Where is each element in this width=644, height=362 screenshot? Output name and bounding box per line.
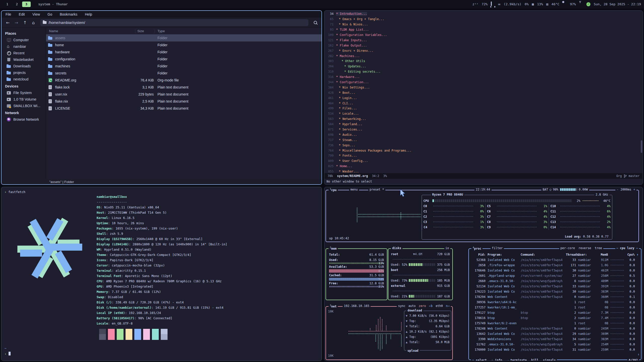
filter-button[interactable]: filter <box>491 246 504 250</box>
workspace-button[interactable]: 1 <box>3 2 12 7</box>
battery-value[interactable]: 97% <box>570 2 576 6</box>
sidebar-item[interactable]: Downloads <box>2 63 46 69</box>
process-row[interactable]: 2658 .firefox-wrappe /nix/store/sm8fmrf3… <box>469 262 641 268</box>
updates-ok-icon[interactable]: ✓ <box>586 2 590 6</box>
file-row[interactable]: LICENSE 34,3 KiB Plain text document <box>46 105 321 112</box>
process-row[interactable]: 176223 Isolated Web Co /nix/store/sm8fmr… <box>469 289 641 294</box>
file-row[interactable]: README.org 76,4 KiB Org-mode file <box>46 77 321 84</box>
proc-footer-key[interactable]: ↵ terminate <box>507 358 527 361</box>
proc-footer-key[interactable]: ↑ select <box>472 358 487 361</box>
forward-button[interactable]: → <box>13 19 20 26</box>
disks-box-title[interactable]: disks <box>391 246 403 250</box>
cpu-value[interactable]: 0% <box>525 2 529 6</box>
sidebar-item[interactable]: Computer <box>2 37 46 43</box>
up-button[interactable]: ↑ <box>21 19 29 26</box>
idle-inhibit-icon[interactable]: zᶻᶻ <box>472 2 478 6</box>
sidebar-item[interactable]: SMALLBOX Wi... <box>2 103 46 109</box>
net-control[interactable]: n→ <box>446 304 450 308</box>
net-control[interactable]: auto <box>408 304 416 308</box>
network-speed[interactable]: (2.9kb/s) <box>504 2 521 6</box>
sidebar-item[interactable]: nambiar <box>2 43 46 50</box>
sidebar-item[interactable]: 1,0 TB Volume <box>2 96 46 103</box>
menu-item[interactable]: Edit <box>19 12 25 16</box>
process-row[interactable]: 177257 kworker/10:1-mm_ 1 root 0B 0.0 <box>469 305 641 310</box>
disks-io-toggle[interactable]: io <box>444 246 450 250</box>
proc-option[interactable]: tree <box>595 246 602 250</box>
file-row[interactable]: user.nix 229 bytes Plain text document <box>46 91 321 98</box>
net-control[interactable]: zero <box>419 304 426 308</box>
proc-box-title[interactable]: 4proc <box>471 246 482 250</box>
proc-footer-key[interactable]: kill <box>531 358 539 361</box>
temp-value[interactable]: 46°C <box>551 2 559 6</box>
process-row[interactable]: 51762 .emacs-31.0.50- /nix/store/wnqz5pa… <box>469 342 641 347</box>
process-row[interactable]: 13642 Isolated Web Co /nix/store/sm8fmrf… <box>469 331 641 336</box>
menu-item[interactable]: Bookmarks <box>60 12 77 16</box>
process-row[interactable]: 178616 btop btop 2 nambiar 7.4M 0.0 <box>469 315 641 321</box>
menu-item[interactable]: Help <box>85 12 92 16</box>
process-row[interactable]: 175749 kworker/6:2-even 1 root 0B 0.0 <box>469 321 641 326</box>
ram-value[interactable]: 13% <box>537 2 543 6</box>
clock-date[interactable]: Sun, 28 Sep 2025 - 22:19 <box>594 2 641 6</box>
shell-prompt-line[interactable]: › <box>5 351 11 356</box>
file-row[interactable]: flake.lock 3,1 KiB Plain text document <box>46 84 321 91</box>
net-control[interactable]: eth0 <box>436 304 443 308</box>
process-row[interactable]: 2660 .emacs-31.0.50- /nix/store/wnqz5pa8… <box>469 278 641 284</box>
home-button[interactable]: ⌂ <box>30 19 37 26</box>
proc-option[interactable]: per-core <box>560 246 575 250</box>
headphones-icon[interactable] <box>491 2 495 7</box>
path-bar[interactable]: /home/nambiar/system/ <box>40 19 308 26</box>
proc-footer-key[interactable]: signals <box>543 358 556 361</box>
net-control[interactable]: sync <box>398 304 405 308</box>
mem-row: Total:61.4 GiB <box>329 252 384 257</box>
file-row[interactable]: machines Folder <box>46 63 321 70</box>
org-buffer[interactable]: 34 * Introduction... 65 * Emacs + Org + … <box>325 11 642 173</box>
file-row[interactable]: hardware Folder <box>46 49 321 56</box>
sidebar-item[interactable]: File System <box>2 89 46 96</box>
menu-button[interactable]: menu <box>349 188 359 191</box>
sidebar-item[interactable]: projects <box>2 69 46 76</box>
search-button[interactable] <box>311 19 319 26</box>
net-control[interactable]: ←b <box>429 304 432 308</box>
process-row[interactable]: 178248 Web Content /nix/store/sm8fmrf3wp… <box>469 326 641 331</box>
process-row[interactable]: 52134 Isolated Web Co /nix/store/sm8fmrf… <box>469 284 641 289</box>
process-row[interactable]: 176000 Isolated Web Co /nix/store/sm8fmr… <box>469 347 641 352</box>
process-row[interactable]: 176646 Isolated Web Co /nix/store/sm8fmr… <box>469 268 641 273</box>
proc-footer-key[interactable]: ↓ info <box>491 358 502 361</box>
column-header-name[interactable]: Name <box>46 29 135 33</box>
process-row[interactable]: 3390 WebExtensions /nix/store/sm8fmrf3wp… <box>469 336 641 342</box>
sidebar-item[interactable]: Recent <box>2 50 46 56</box>
sidebar-item[interactable]: Browse Network <box>2 116 46 123</box>
net-box-title[interactable]: 3net <box>329 304 338 308</box>
process-row[interactable]: 179127 btop btop 2 nambiar 7.3M 0.0 <box>469 310 641 315</box>
menu-item[interactable]: Go <box>48 12 52 16</box>
emacs-scrollbar-thumb[interactable] <box>641 140 642 153</box>
file-row[interactable]: secrets Folder <box>46 70 321 77</box>
column-header-type[interactable]: Type <box>155 29 321 33</box>
process-row[interactable]: 38936 kworker/u64:6-kc 1 root 0B 0.0 <box>469 299 641 305</box>
sidebar-item[interactable]: nextcloud <box>2 76 46 82</box>
menu-item[interactable]: View <box>32 12 40 16</box>
process-row[interactable]: 52368 Isolated Web Co /nix/store/sm8fmrf… <box>469 257 641 262</box>
scroll-down-icon[interactable]: ↓ <box>638 352 639 356</box>
file-row[interactable]: assets Folder <box>46 34 321 41</box>
preset-button[interactable]: preset * <box>368 188 385 191</box>
volume-value[interactable]: 72% <box>482 2 488 6</box>
column-header-size[interactable]: Size <box>135 29 155 33</box>
process-row[interactable]: 178294 Web Content /nix/store/sm8fmrf3wp… <box>469 294 641 299</box>
proc-option[interactable]: reverse <box>579 246 591 250</box>
cpu-box-title[interactable]: 1cpu <box>329 188 338 192</box>
sidebar-item[interactable]: Wastebasket <box>2 56 46 63</box>
mem-box-title[interactable]: 2mem <box>329 246 338 250</box>
workspace-button[interactable]: 3 <box>22 2 31 7</box>
link-icon[interactable]: ∞ <box>498 2 500 7</box>
process-row[interactable]: 2601 .Hyprland-wrapp /run/current-system… <box>469 273 641 278</box>
proc-header[interactable]: Pid: Program: Command: Threads: User: Me… <box>469 252 641 257</box>
file-row[interactable]: home Folder <box>46 41 321 49</box>
proc-nav[interactable]: ←cpu lazy→ <box>615 246 639 250</box>
file-row[interactable]: configuration Folder <box>46 56 321 63</box>
workspace-button[interactable]: 2 <box>13 2 21 7</box>
file-row[interactable]: flake.nix 2,5 KiB Plain text document <box>46 98 321 105</box>
back-button[interactable]: ← <box>4 19 12 26</box>
interval-control[interactable]: - 2000ms + <box>615 188 636 191</box>
menu-item[interactable]: File <box>6 12 11 16</box>
